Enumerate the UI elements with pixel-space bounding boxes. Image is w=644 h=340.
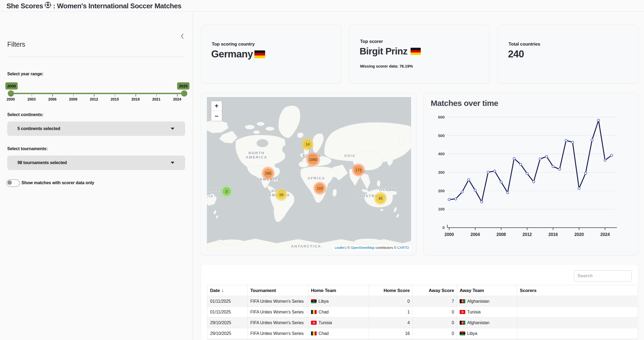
stat-subtext: Missing scorer data: 76.19% [360,64,413,68]
map-card: NORTH AMERICAEUROPEASIAAMERICAAFRICASOUT… [201,93,416,255]
sidebar-filters: Filters Select year range: 2000 2025 200… [0,12,193,340]
table-cell: 16 [369,328,413,339]
chevron-left-icon [180,33,184,40]
slider-tick-label: 2024 [171,97,184,101]
svg-text:0: 0 [442,225,445,230]
slider-tick [94,94,94,97]
cluster-marker-45[interactable]: 45 [374,192,387,205]
table-cell: FIFA Unites Women's Series [248,317,308,328]
slider-tick [32,94,32,97]
scorer-data-toggle-label: Show matches with scorer data only [21,180,94,185]
leaflet-link[interactable]: Leaflet [335,246,345,250]
divider [7,57,185,57]
column-header-scorers[interactable]: Scorers [517,285,638,296]
sidebar-collapse-button[interactable] [179,32,186,40]
search-input[interactable] [574,270,632,282]
column-header-home_score[interactable]: Home Score [369,285,413,296]
matches-over-time-chart: 0100200300400500600200020042008201220162… [424,93,638,255]
cluster-count: 16 [277,190,286,199]
stats-card-top-scoring-country: Top scoring country Germany [201,25,342,84]
column-header-date[interactable]: Date↓ [207,285,248,296]
year-slider-handle-max[interactable] [181,90,187,97]
svg-text:2024: 2024 [600,232,610,237]
table-cell: Libya [308,296,369,307]
carto-link[interactable]: CARTO [397,246,409,250]
stat-value-text: Birgit Prinz [360,46,407,57]
table-cell [517,296,638,307]
svg-text:2012: 2012 [522,232,532,237]
svg-text:200: 200 [438,189,445,193]
cluster-marker-1060[interactable]: 1060 [306,153,320,167]
cluster-count: 14 [303,140,312,149]
slider-tick-label: 2018 [129,97,142,101]
stat-value: 240 [508,49,524,60]
stats-card-top-scorer: Top scorer Birgit Prinz Missing scorer d… [349,25,490,84]
sort-desc-icon: ↓ [221,288,224,293]
cluster-count: 110 [315,183,324,193]
libya-flag-icon [311,299,317,303]
table-cell [248,339,308,340]
cluster-marker-3[interactable]: 3 [221,186,232,197]
table-cell: 7 [413,296,457,307]
page-title: She Scores [6,2,181,10]
svg-text:2016: 2016 [548,232,558,237]
stat-value: Germany [211,49,265,60]
table-row: 01/11/2025FIFA Unites Women's SeriesLiby… [207,296,638,307]
tournaments-label: Select tournaments: [7,146,48,151]
scorer-data-toggle[interactable] [6,179,20,187]
afghanistan-flag-icon [460,299,465,303]
table-row: 01/11/2025FIFA Unites Women's SeriesChad… [207,307,638,317]
year-range-label: Select year range: [7,72,43,76]
stat-label: Total countries [508,42,540,47]
table-cell: 29/10/2025 [207,317,248,328]
table-cell [517,339,638,340]
column-header-home_team[interactable]: Home Team [308,285,369,296]
soccer-ball-icon [45,2,51,10]
zoom-in-button[interactable]: + [211,101,222,111]
cluster-count: 172 [354,165,363,175]
table-row: 29/10/2025FIFA Unites Women's SeriesChad… [207,328,638,339]
germany-flag-icon [411,48,421,55]
cluster-marker-110[interactable]: 110 [313,182,326,195]
column-header-away_team[interactable]: Away Team [457,285,517,296]
cluster-marker-16[interactable]: 16 [275,189,287,201]
year-slider-track[interactable] [11,93,184,94]
svg-text:2020: 2020 [575,232,584,237]
cluster-marker-14[interactable]: 14 [301,138,314,150]
svg-text:2000: 2000 [445,232,454,237]
table-cell: 0 [413,317,457,328]
tunisia-flag-icon [460,310,465,314]
chevron-down-icon [171,128,174,130]
table-cell: 0 [413,307,457,317]
cluster-marker-165[interactable]: 165 [262,167,275,180]
table-cell: FIFA Unites Women's Series [248,296,308,307]
column-header-tournament[interactable]: Tournament [248,285,308,296]
map-canvas[interactable]: NORTH AMERICAEUROPEASIAAMERICAAFRICASOUT… [207,97,411,250]
tournaments-dropdown-value: 98 tournaments selected [17,160,67,165]
table-cell [207,339,248,340]
cluster-marker-172[interactable]: 172 [352,164,365,176]
table-cell: 4 [369,317,413,328]
slider-tick-label: 2000 [4,97,17,101]
year-start-badge: 2000 [5,82,18,90]
slider-tick-label: 2009 [67,97,80,101]
toggle-knob [8,180,12,185]
cluster-count: 1060 [308,154,318,165]
zoom-out-button[interactable]: − [211,111,222,121]
slider-tick [115,94,115,97]
svg-text:500: 500 [438,133,445,138]
table-cell [457,339,517,340]
svg-text:300: 300 [438,170,445,175]
table-cell [308,339,369,340]
world-map [207,97,411,250]
cluster-count: 165 [264,169,273,178]
tournaments-dropdown[interactable]: 98 tournaments selected [7,156,185,170]
table-cell: Tunisia [308,317,369,328]
continents-dropdown[interactable]: 5 continents selected [7,121,185,136]
table-row: 29/10/2025FIFA Unites Women's SeriesTuni… [207,317,638,328]
svg-text:2008: 2008 [496,232,506,237]
column-header-away_score[interactable]: Away Score [413,285,457,296]
stat-label: Top scoring country [212,42,255,47]
table-cell: Libya [457,328,517,339]
openstreetmap-link[interactable]: OpenStreetMap [351,246,375,250]
